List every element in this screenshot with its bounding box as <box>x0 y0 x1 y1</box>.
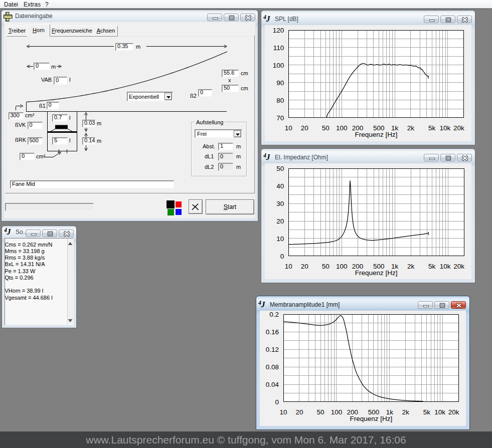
svg-text:50: 50 <box>276 165 284 172</box>
svg-text:120: 120 <box>273 27 284 34</box>
svg-text:Frequenz [Hz]: Frequenz [Hz] <box>355 269 398 277</box>
svg-text:100: 100 <box>331 408 343 416</box>
svg-text:20: 20 <box>301 263 308 270</box>
svg-text:50: 50 <box>316 408 324 416</box>
svg-text:0.12: 0.12 <box>266 346 279 353</box>
svg-text:80: 80 <box>276 97 284 104</box>
svg-text:10: 10 <box>285 263 292 270</box>
svg-text:0.04: 0.04 <box>266 381 279 388</box>
svg-text:0: 0 <box>280 253 284 260</box>
svg-text:20k: 20k <box>453 124 464 132</box>
svg-text:70: 70 <box>276 114 284 122</box>
svg-text:20: 20 <box>276 217 284 225</box>
svg-text:50: 50 <box>322 124 330 132</box>
svg-text:0.2: 0.2 <box>269 311 279 318</box>
svg-text:10k: 10k <box>440 263 451 270</box>
svg-text:0.08: 0.08 <box>266 363 279 371</box>
svg-text:10: 10 <box>285 124 292 132</box>
svg-text:20k: 20k <box>453 263 464 270</box>
svg-text:10k: 10k <box>440 124 451 132</box>
svg-text:20: 20 <box>301 124 308 132</box>
svg-text:90: 90 <box>276 79 284 87</box>
svg-text:110: 110 <box>273 44 284 52</box>
svg-text:5k: 5k <box>428 124 436 132</box>
svg-text:40: 40 <box>276 182 284 190</box>
svg-text:Frequenz [Hz]: Frequenz [Hz] <box>350 415 392 422</box>
svg-text:100: 100 <box>273 62 284 69</box>
svg-text:2k: 2k <box>402 408 409 416</box>
svg-text:20k: 20k <box>448 408 459 416</box>
svg-text:10k: 10k <box>434 408 445 416</box>
svg-text:50: 50 <box>322 263 330 270</box>
svg-text:0: 0 <box>275 398 279 406</box>
svg-text:10: 10 <box>276 235 284 243</box>
svg-text:2k: 2k <box>407 124 415 132</box>
svg-text:2k: 2k <box>407 263 415 270</box>
svg-text:100: 100 <box>336 124 348 132</box>
svg-text:30: 30 <box>276 200 284 207</box>
svg-text:100: 100 <box>336 263 348 270</box>
svg-text:5k: 5k <box>428 263 436 270</box>
svg-text:J: J <box>266 153 271 161</box>
svg-text:J: J <box>266 15 271 23</box>
svg-text:J: J <box>261 300 266 309</box>
svg-text:5k: 5k <box>423 408 431 416</box>
svg-text:Frequenz [Hz]: Frequenz [Hz] <box>355 131 398 138</box>
svg-text:0.16: 0.16 <box>266 328 279 336</box>
svg-text:20: 20 <box>295 408 303 416</box>
svg-text:10: 10 <box>279 408 287 416</box>
svg-text:J: J <box>7 228 12 236</box>
